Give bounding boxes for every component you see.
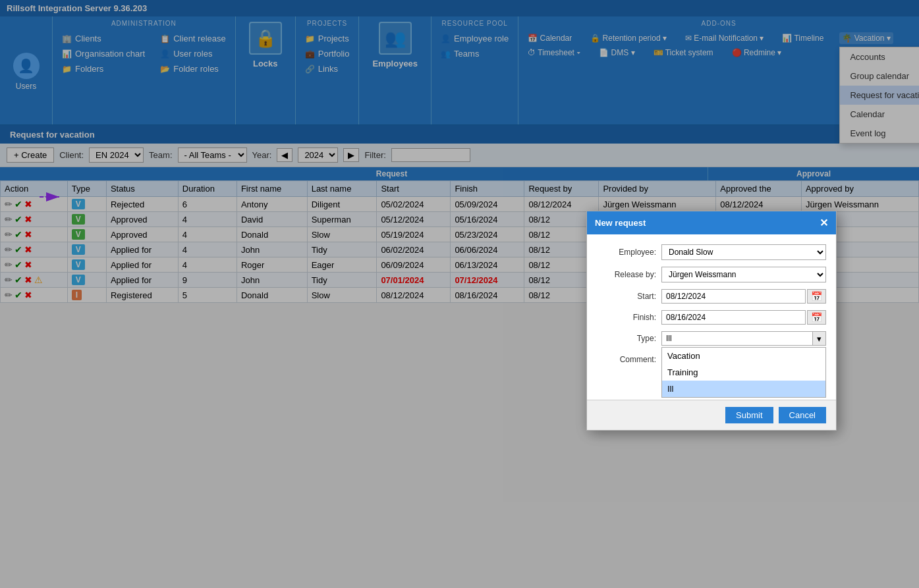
releaseby-row: Release by: Jürgen Weissmann xyxy=(597,267,826,282)
modal-close-button[interactable]: ✕ xyxy=(820,217,828,229)
modal-title-text: New request xyxy=(595,218,646,228)
employee-row: Employee: Donald Slow xyxy=(597,244,826,260)
start-date-group: 08/12/2024 📅 xyxy=(661,289,826,303)
releaseby-label: Release by: xyxy=(597,270,656,279)
modal-title-bar: New request ✕ xyxy=(587,211,836,234)
employee-label: Employee: xyxy=(597,248,656,257)
start-row: Start: 08/12/2024 📅 xyxy=(597,289,826,303)
start-date-input[interactable]: 08/12/2024 xyxy=(661,289,806,303)
start-label: Start: xyxy=(597,292,656,301)
start-date-picker[interactable]: 📅 xyxy=(807,289,826,303)
employee-select[interactable]: Donald Slow xyxy=(661,244,826,260)
new-request-modal: New request ✕ Employee: Donald Slow Rele… xyxy=(586,211,837,303)
releaseby-select[interactable]: Jürgen Weissmann xyxy=(661,267,826,282)
modal-body: Employee: Donald Slow Release by: Jürgen… xyxy=(587,234,836,303)
